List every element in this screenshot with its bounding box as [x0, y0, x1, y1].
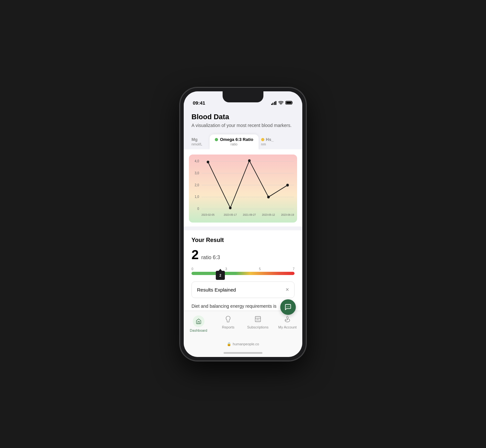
page-title: Blood Data: [191, 113, 295, 121]
subscriptions-icon: [254, 316, 261, 324]
svg-text:2021-09-27: 2021-09-27: [243, 213, 256, 216]
hs-dot: [261, 138, 264, 141]
lock-icon: 🔒: [227, 342, 231, 346]
phone-screen: 09:41: [184, 91, 302, 357]
status-icons: [271, 101, 294, 106]
slider-thumb: 2: [216, 271, 225, 280]
marker-tabs: Mg nmol/L Omega 6:3 Ratio ratio Hs_: [184, 132, 302, 149]
slider-labels: 0 3 5 7: [191, 267, 295, 271]
result-title: Your Result: [191, 237, 295, 244]
dashboard-label: Dashboard: [190, 328, 207, 332]
result-number: 2: [191, 247, 199, 262]
tab-hs[interactable]: Hs_ nm: [259, 134, 282, 149]
data-point-2: [248, 159, 251, 162]
blood-chart: 4,0 3,0 2,0 1,0 0: [189, 155, 297, 223]
data-point-1: [229, 207, 232, 209]
svg-point-19: [286, 306, 287, 307]
omega-dot: [215, 138, 218, 141]
account-icon: [284, 316, 291, 324]
svg-text:1,0: 1,0: [195, 195, 199, 199]
svg-text:2023-05-12: 2023-05-12: [262, 213, 275, 216]
footer: 🔒 humanpeople.co: [184, 341, 302, 350]
svg-text:3,0: 3,0: [195, 171, 199, 175]
chart-wrap: 4,0 3,0 2,0 1,0 0: [189, 155, 297, 223]
data-point-0: [207, 161, 209, 163]
dashboard-icon: [193, 316, 204, 327]
chat-fab[interactable]: [280, 299, 296, 315]
svg-rect-3: [189, 155, 297, 223]
svg-rect-2: [286, 101, 291, 103]
results-explained-box[interactable]: Results Explained ×: [191, 281, 295, 298]
slider-container: 0 3 5 7 2: [191, 267, 295, 275]
page-subtitle: A visualization of your most recent bloo…: [191, 122, 295, 129]
bottom-nav: Dashboard Reports: [184, 311, 302, 341]
chart-container: 4,0 3,0 2,0 1,0 0: [184, 149, 302, 226]
svg-text:4,0: 4,0: [195, 159, 199, 163]
footer-text: humanpeople.co: [233, 342, 259, 346]
tab-mg[interactable]: Mg nmol/L: [184, 134, 210, 149]
svg-text:2023-05-17: 2023-05-17: [224, 213, 237, 216]
reports-icon: [225, 316, 232, 324]
nav-dashboard[interactable]: Dashboard: [184, 314, 214, 334]
notch: [223, 91, 263, 102]
battery-icon: [285, 101, 293, 106]
reports-label: Reports: [222, 325, 235, 329]
data-point-4: [286, 184, 289, 186]
result-value-row: 2 ratio 6:3: [191, 247, 295, 262]
home-bar: [224, 352, 262, 354]
gradient-bar: 2: [191, 272, 295, 275]
svg-point-21: [289, 306, 290, 307]
home-indicator: [184, 350, 302, 357]
svg-text:0: 0: [197, 207, 199, 211]
wifi-icon: [278, 101, 284, 106]
svg-text:2,0: 2,0: [195, 183, 199, 187]
nav-account[interactable]: My Account: [273, 314, 303, 334]
subscriptions-label: Subscriptions: [247, 325, 269, 329]
result-section: Your Result 2 ratio 6:3 0 3 5 7 2: [184, 230, 302, 310]
status-time: 09:41: [193, 100, 205, 106]
diet-text: Diet and balancing energy requirements i…: [191, 303, 295, 310]
page-header: Blood Data A visualization of your most …: [184, 108, 302, 132]
data-point-3: [267, 196, 270, 198]
svg-text:2023-06-19: 2023-06-19: [281, 213, 294, 216]
result-unit: ratio 6:3: [201, 255, 220, 260]
tab-omega[interactable]: Omega 6:3 Ratio ratio: [210, 134, 259, 149]
scroll-content[interactable]: Blood Data A visualization of your most …: [184, 108, 302, 311]
nav-reports[interactable]: Reports: [214, 314, 243, 334]
svg-point-20: [288, 306, 288, 307]
results-explained-label: Results Explained: [197, 287, 236, 293]
signal-icon: [271, 101, 277, 105]
results-explained-close[interactable]: ×: [285, 286, 289, 293]
phone-frame: 09:41: [180, 87, 306, 361]
nav-subscriptions[interactable]: Subscriptions: [243, 314, 273, 334]
account-label: My Account: [278, 325, 297, 329]
svg-text:2023-02-05: 2023-02-05: [202, 213, 215, 216]
svg-point-0: [281, 104, 281, 105]
